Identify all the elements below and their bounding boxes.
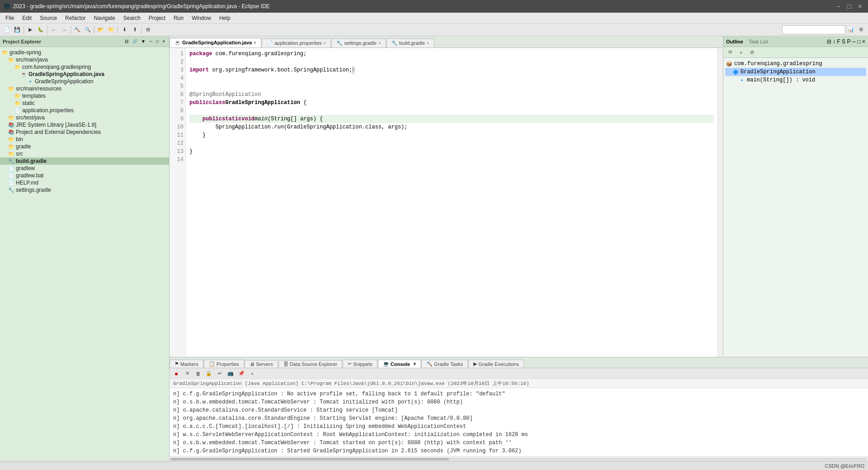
search-button[interactable]: 🔍	[83, 25, 93, 35]
run-button[interactable]: ▶	[25, 25, 35, 35]
menu-search[interactable]: Search	[120, 14, 144, 22]
tree-item[interactable]: 📁 src/main/java	[0, 56, 169, 63]
editor-tab-settings-gradle[interactable]: 🔧 settings.gradle×	[331, 38, 386, 47]
editor-vertical-scrollbar[interactable]	[717, 48, 723, 357]
back-button[interactable]: ←	[49, 25, 59, 35]
link-with-editor-button[interactable]: 🔗	[131, 38, 139, 44]
next-annotation[interactable]: ⬇	[119, 25, 129, 35]
view-menu-button[interactable]: ▼	[140, 38, 147, 44]
open-resource-button[interactable]: 📁	[106, 25, 116, 35]
outline-close-button[interactable]: ×	[862, 38, 865, 45]
menu-project[interactable]: Project	[145, 14, 169, 22]
new-console-button[interactable]: +	[247, 369, 257, 379]
outline-expand-button[interactable]: +	[736, 47, 746, 57]
debug-button[interactable]: 🐛	[36, 25, 46, 35]
tree-item[interactable]: 📄 application.properties	[0, 107, 169, 114]
maximize-button[interactable]: □	[844, 2, 854, 11]
bottom-tab-servers[interactable]: 🖥Servers	[245, 360, 278, 368]
open-type-button[interactable]: 📂	[96, 25, 106, 35]
tree-item[interactable]: 📚 Project and External Dependencies	[0, 128, 169, 136]
menu-window[interactable]: Window	[188, 14, 215, 22]
menu-edit[interactable]: Edit	[19, 14, 35, 22]
outline-item[interactable]: 🔷 GradleSpringApplication	[725, 68, 866, 76]
maximize-view-button[interactable]: □	[155, 38, 160, 44]
bottom-tab-properties[interactable]: 📋Properties	[204, 360, 244, 368]
title-controls[interactable]: − □ ×	[834, 2, 864, 11]
tree-item[interactable]: 📄 gradlew	[0, 165, 169, 172]
tab-close-button[interactable]: ×	[254, 40, 256, 45]
forward-button[interactable]: →	[59, 25, 69, 35]
scroll-lock-button[interactable]: 🔒	[204, 369, 214, 379]
console-close-button[interactable]: ×	[413, 361, 416, 366]
bottom-tab-gradle-executions[interactable]: ▶Gradle Executions	[468, 360, 524, 368]
tab-close-button[interactable]: ×	[324, 41, 326, 46]
pin-console-button[interactable]: 📌	[236, 369, 246, 379]
outline-collapse-button[interactable]: ⊟	[827, 38, 831, 45]
outline-item[interactable]: 🔹 main(String[]) : void	[725, 76, 866, 84]
bottom-tab-gradle-tasks[interactable]: 🔨Gradle Tasks	[421, 360, 468, 368]
tab-close-button[interactable]: ×	[427, 41, 429, 46]
open-perspective-button[interactable]: 📊	[846, 25, 856, 35]
save-button[interactable]: 💾	[12, 25, 22, 35]
minimize-view-button[interactable]: ─	[148, 38, 154, 44]
customize-perspective-button[interactable]: ⚙	[856, 25, 866, 35]
outline-hide-fields-button[interactable]: F	[837, 38, 840, 45]
bottom-tab-markers[interactable]: ⚑Markers	[170, 360, 203, 368]
tree-item[interactable]: 📁 src	[0, 150, 169, 157]
tree-item[interactable]: 📁 src/test/java	[0, 114, 169, 121]
minimize-button[interactable]: −	[834, 2, 843, 11]
menu-navigate[interactable]: Navigate	[90, 14, 118, 22]
menu-refactor[interactable]: Refactor	[61, 14, 89, 22]
remove-all-terminated[interactable]: ✕	[182, 369, 192, 379]
tree-item[interactable]: 📁 static	[0, 100, 169, 107]
tree-item[interactable]: 🔧 settings.gradle	[0, 186, 169, 194]
outline-maximize-button[interactable]: □	[857, 38, 860, 45]
outline-sync-button[interactable]: ⟳	[725, 47, 735, 57]
bottom-tab-snippets[interactable]: ✂Snippets	[343, 360, 377, 368]
new-button[interactable]: 📄	[2, 25, 12, 35]
prev-annotation[interactable]: ⬆	[130, 25, 140, 35]
code-editor[interactable]: package com.furenqiang.gradlespring;impo…	[186, 48, 717, 357]
menu-run[interactable]: Run	[170, 14, 187, 22]
clear-console-button[interactable]: 🗑	[193, 369, 203, 379]
editor-tab-application-properties[interactable]: 📄 application.properties×	[262, 38, 331, 47]
tree-item[interactable]: 📁 bin	[0, 136, 169, 143]
outline-filter-button[interactable]: ⊘	[747, 47, 757, 57]
bottom-horizontal-scrollbar[interactable]	[170, 456, 868, 461]
open-console-button[interactable]: 📺	[226, 369, 236, 379]
tree-item[interactable]: 📁 com.furenqiang.gradlespring	[0, 63, 169, 71]
close-button[interactable]: ×	[855, 2, 864, 11]
outline-hide-static-button[interactable]: S	[842, 38, 845, 45]
tree-item[interactable]: 📄 gradlew.bat	[0, 172, 169, 179]
tab-close-button[interactable]: ×	[378, 41, 381, 46]
perspective-button[interactable]: ⊞	[143, 25, 153, 35]
build-button[interactable]: 🔨	[72, 25, 82, 35]
scrollbar-thumb[interactable]	[170, 458, 449, 461]
quick-access-input[interactable]: Quick Access	[782, 25, 845, 34]
bottom-tab-console[interactable]: 💻Console×	[378, 360, 421, 368]
menu-file[interactable]: File	[2, 14, 18, 22]
close-view-button[interactable]: ×	[161, 38, 166, 44]
outline-item[interactable]: 📦 com.furenqiang.gradlespring	[725, 60, 866, 68]
tree-item[interactable]: 📚 JRE System Library [JavaSE-1.8]	[0, 121, 169, 128]
tree-item[interactable]: 📁 templates	[0, 92, 169, 100]
outline-hide-nonpublic-button[interactable]: P	[847, 38, 850, 45]
tree-item[interactable]: 📁 src/main/resources	[0, 85, 169, 92]
editor-tab-GradleSpringApplication-java[interactable]: ☕ GradleSpringApplication.java×	[170, 38, 261, 47]
menu-help[interactable]: Help	[216, 14, 234, 22]
tree-item[interactable]: 📁 gradle-spring	[0, 49, 169, 56]
bottom-tab-data-source-explorer[interactable]: 🗄Data Source Explorer	[278, 360, 342, 368]
menu-source[interactable]: Source	[36, 14, 61, 22]
editor-tab-build-gradle[interactable]: 🔧 build.gradle×	[387, 38, 434, 47]
task-list-title[interactable]: Task List	[749, 39, 768, 44]
outline-minimize-button[interactable]: ─	[852, 38, 856, 45]
outline-sort-button[interactable]: ↕	[833, 38, 835, 45]
tree-item[interactable]: 🔧 build.gradle	[0, 157, 169, 165]
terminate-button[interactable]: ■	[171, 369, 181, 379]
tree-item[interactable]: 📄 HELP.md	[0, 179, 169, 186]
collapse-all-button[interactable]: ⊟	[123, 38, 130, 44]
tree-item[interactable]: 🔹 GradleSpringApplication	[0, 78, 169, 85]
tree-item[interactable]: 📁 gradle	[0, 143, 169, 150]
word-wrap-button[interactable]: ↵	[215, 369, 225, 379]
tree-item[interactable]: ☕ GradleSpringApplication.java	[0, 71, 169, 78]
